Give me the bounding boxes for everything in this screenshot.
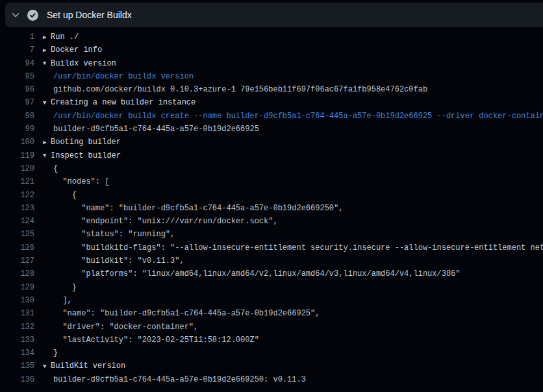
log-line: 99builder-d9cfb5a1-c764-445a-a57e-0b19d2…: [0, 123, 543, 136]
log-output-text: ],: [43, 294, 72, 307]
line-number[interactable]: 135: [0, 360, 34, 373]
log-group-header[interactable]: ▼Buildx version: [43, 57, 116, 70]
log-line: 96github.com/docker/buildx 0.10.3+azure-…: [0, 83, 543, 96]
log-line: 132 "driver": "docker-container",: [0, 321, 543, 334]
log-line: 136builder-d9cfb5a1-c764-445a-a57e-0b19d…: [0, 373, 543, 386]
step-title: Set up Docker Buildx: [47, 10, 132, 20]
group-title[interactable]: Booting builder: [51, 138, 121, 147]
log-viewer: 1▶Run ./7▶Docker info94▼Buildx version95…: [0, 31, 543, 392]
line-number[interactable]: 131: [0, 307, 34, 320]
line-number[interactable]: 132: [0, 321, 34, 334]
log-line: 130 ],: [0, 294, 543, 307]
log-line: 133 "lastActivity": "2023-02-25T11:58:12…: [0, 334, 543, 347]
chevron-down-icon[interactable]: [10, 10, 21, 20]
line-number[interactable]: 99: [0, 123, 34, 136]
log-output-text: "name": "builder-d9cfb5a1-c764-445a-a57e…: [43, 202, 343, 215]
log-line: 129 }: [0, 281, 543, 294]
log-line: 121 "nodes": [: [0, 175, 543, 188]
line-number[interactable]: 136: [0, 373, 34, 386]
log-output-text: "nodes": [: [43, 175, 109, 188]
group-collapsed-icon[interactable]: ▶: [43, 44, 51, 57]
group-collapsed-icon[interactable]: ▶: [43, 136, 51, 149]
log-output-text: }: [43, 281, 77, 294]
log-output-text: "buildkit": "v0.11.3",: [43, 254, 184, 267]
log-line: 98/usr/bin/docker buildx create --name b…: [0, 110, 543, 123]
log-output-text: }: [43, 347, 58, 360]
log-line: 97▼Creating a new builder instance: [0, 96, 543, 109]
log-output-text: "platforms": "linux/amd64,linux/amd64/v2…: [43, 267, 461, 280]
group-expanded-icon[interactable]: ▼: [43, 57, 51, 70]
line-number[interactable]: 124: [0, 215, 34, 228]
log-group-header[interactable]: ▼BuildKit version: [43, 360, 125, 373]
log-output-text: {: [43, 162, 58, 175]
log-output-text: "status": "running",: [43, 228, 175, 241]
line-number[interactable]: 119: [0, 149, 34, 162]
line-number[interactable]: 128: [0, 267, 34, 280]
log-line: 120{: [0, 162, 543, 175]
group-title[interactable]: Docker info: [51, 45, 102, 55]
line-number[interactable]: 127: [0, 254, 34, 267]
line-number[interactable]: 121: [0, 175, 34, 188]
log-group-header[interactable]: ▶Docker info: [43, 43, 102, 56]
line-number[interactable]: 134: [0, 347, 34, 360]
log-command-text: /usr/bin/docker buildx version: [43, 70, 194, 83]
line-number[interactable]: 100: [0, 136, 34, 149]
group-expanded-icon[interactable]: ▼: [43, 149, 51, 162]
group-expanded-icon[interactable]: ▼: [43, 97, 51, 110]
log-line: 123 "name": "builder-d9cfb5a1-c764-445a-…: [0, 202, 543, 215]
log-output-text: builder-d9cfb5a1-c764-445a-a57e-0b19d2e6…: [43, 123, 259, 136]
line-number[interactable]: 130: [0, 294, 34, 307]
line-number[interactable]: 7: [0, 43, 34, 56]
log-line: 135▼BuildKit version: [0, 360, 543, 373]
log-output-text: "lastActivity": "2023-02-25T11:58:12.000…: [43, 334, 259, 347]
log-line: 125 "status": "running",: [0, 228, 543, 241]
log-output-text: "buildkitd-flags": "--allow-insecure-ent…: [43, 241, 543, 254]
line-number[interactable]: 122: [0, 189, 34, 202]
group-title[interactable]: Inspect builder: [51, 151, 121, 160]
line-number[interactable]: 125: [0, 228, 34, 241]
log-line: 131 "name": "builder-d9cfb5a1-c764-445a-…: [0, 307, 543, 320]
group-title[interactable]: BuildKit version: [51, 361, 125, 371]
log-line: 126 "buildkitd-flags": "--allow-insecure…: [0, 241, 543, 254]
line-number[interactable]: 94: [0, 57, 34, 70]
log-line: 7▶Docker info: [0, 43, 543, 56]
log-output-text: github.com/docker/buildx 0.10.3+azure-1 …: [43, 83, 427, 96]
line-number[interactable]: 95: [0, 70, 34, 83]
group-collapsed-icon[interactable]: ▶: [43, 31, 51, 44]
line-number[interactable]: 1: [0, 31, 34, 43]
log-group-header[interactable]: ▶Run ./: [43, 31, 79, 43]
log-line: 100▶Booting builder: [0, 136, 543, 149]
log-command-text: /usr/bin/docker buildx create --name bui…: [43, 110, 543, 123]
line-number[interactable]: 96: [0, 83, 34, 96]
log-line: 122 {: [0, 189, 543, 202]
check-circle-icon: [27, 10, 38, 21]
log-line: 124 "endpoint": "unix:///var/run/docker.…: [0, 215, 543, 228]
group-title[interactable]: Run ./: [51, 32, 79, 42]
log-line: 128 "platforms": "linux/amd64,linux/amd6…: [0, 267, 543, 280]
log-line: 127 "buildkit": "v0.11.3",: [0, 254, 543, 267]
log-group-header[interactable]: ▼Inspect builder: [43, 149, 121, 162]
log-output-text: "name": "builder-d9cfb5a1-c764-445a-a57e…: [43, 307, 320, 320]
log-output-text: {: [43, 189, 77, 202]
line-number[interactable]: 129: [0, 281, 34, 294]
log-line: 95/usr/bin/docker buildx version: [0, 70, 543, 83]
line-number[interactable]: 123: [0, 202, 34, 215]
line-number[interactable]: 97: [0, 96, 34, 109]
log-output-text: "endpoint": "unix:///var/run/docker.sock…: [43, 215, 278, 228]
line-number[interactable]: 98: [0, 110, 34, 123]
line-number[interactable]: 133: [0, 334, 34, 347]
log-line: 94▼Buildx version: [0, 57, 543, 70]
log-line: 119▼Inspect builder: [0, 149, 543, 162]
step-header[interactable]: Set up Docker Buildx: [5, 3, 543, 27]
log-group-header[interactable]: ▶Booting builder: [43, 136, 121, 149]
log-output-text: "driver": "docker-container",: [43, 321, 198, 334]
group-title[interactable]: Buildx version: [51, 59, 116, 68]
line-number[interactable]: 126: [0, 241, 34, 254]
group-expanded-icon[interactable]: ▼: [43, 360, 51, 373]
log-group-header[interactable]: ▼Creating a new builder instance: [43, 96, 196, 109]
group-title[interactable]: Creating a new builder instance: [51, 98, 196, 107]
log-output-text: builder-d9cfb5a1-c764-445a-a57e-0b19d2e6…: [43, 373, 306, 386]
log-line: 134}: [0, 347, 543, 360]
log-line: 1▶Run ./: [0, 31, 543, 43]
line-number[interactable]: 120: [0, 162, 34, 175]
